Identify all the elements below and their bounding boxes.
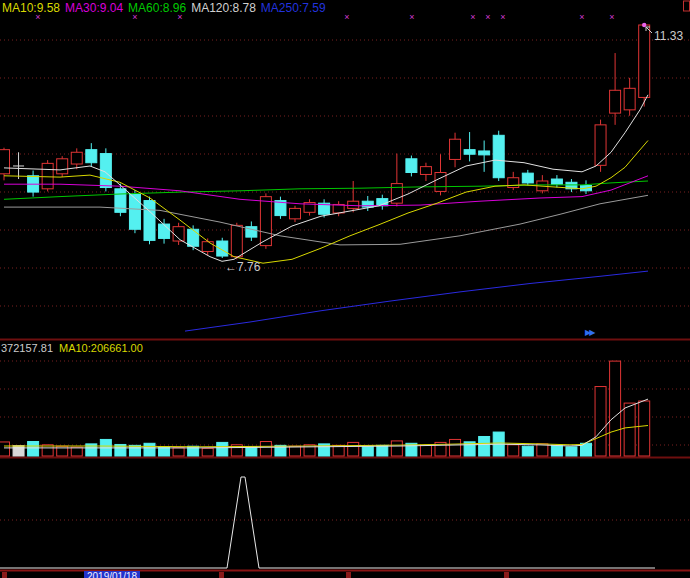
ma10-label: MA10:9.58: [2, 1, 60, 15]
ma30-label: MA30:9.04: [65, 1, 123, 15]
chart-canvas[interactable]: ××××××××××: [0, 0, 690, 578]
price-ma-legend: MA10:9.58MA30:9.04MA60:8.96MA120:8.78MA2…: [2, 1, 331, 15]
svg-text:×: ×: [609, 12, 614, 22]
ma60-label: MA60:8.96: [128, 1, 186, 15]
x-axis-date-label: 2019/01/18: [84, 571, 140, 578]
volume-legend: 372157.81MA10:206661.00: [1, 342, 149, 354]
volume-ma10-label: MA10:206661.00: [59, 342, 143, 354]
ma120-label: MA120:8.78: [191, 1, 256, 15]
high-price-annotation: 11.33: [654, 29, 683, 43]
panel-expand-arrows-icon[interactable]: ▶▶: [585, 328, 593, 337]
svg-text:×: ×: [485, 12, 490, 22]
svg-text:×: ×: [579, 12, 584, 22]
svg-text:×: ×: [409, 12, 414, 22]
volume-current-value: 372157.81: [1, 342, 53, 354]
ma250-label: MA250:7.59: [261, 1, 326, 15]
svg-text:×: ×: [344, 12, 349, 22]
axis-tick-stub: [2, 572, 7, 578]
svg-text:×: ×: [500, 12, 505, 22]
svg-text:×: ×: [470, 12, 475, 22]
axis-tick-stub: [504, 572, 509, 578]
stock-chart-app: ×××××××××× MA10:9.58MA30:9.04MA60:8.96MA…: [0, 0, 690, 578]
axis-tick-stub: [346, 572, 351, 578]
axis-tick-stub: [219, 572, 224, 578]
low-price-annotation: ←7.76: [225, 260, 260, 274]
